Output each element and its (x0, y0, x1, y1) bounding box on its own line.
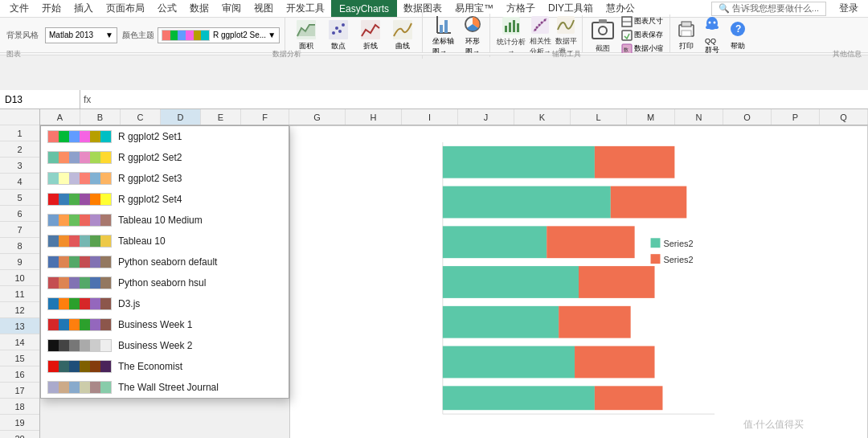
circle-btn[interactable]: 环形图→ (461, 12, 485, 59)
svg-rect-59 (579, 266, 655, 298)
row-9[interactable]: 9 (0, 254, 39, 270)
name-box[interactable]: D13 (0, 90, 80, 108)
row-20[interactable]: 20 (0, 431, 39, 438)
svg-rect-65 (575, 346, 654, 379)
col-A[interactable]: A (40, 109, 80, 125)
col-Q[interactable]: Q (820, 109, 868, 125)
col-B[interactable]: B (80, 109, 121, 125)
svg-point-28 (599, 27, 607, 35)
menu-view[interactable]: 视图 (248, 0, 280, 17)
menu-review[interactable]: 审阅 (215, 0, 248, 17)
col-F[interactable]: F (241, 109, 289, 125)
col-M[interactable]: M (627, 109, 675, 125)
list-item[interactable]: The Economist (41, 356, 289, 377)
menu-data[interactable]: 数据 (183, 0, 215, 17)
row-17[interactable]: 17 (0, 383, 39, 399)
ribbon-chart-buttons: 面积 散点 折线 曲线 (285, 17, 417, 53)
line-chart-btn[interactable]: 折线 (356, 17, 385, 53)
color-dropdown[interactable]: R ggplot2 Se... ▼ (158, 27, 280, 43)
section-label-assist: 辅助工具 (552, 49, 581, 59)
menu-formula[interactable]: 公式 (151, 0, 183, 17)
col-I[interactable]: I (402, 109, 458, 125)
svg-rect-17 (513, 20, 515, 32)
row-1[interactable]: 1 (0, 125, 39, 141)
theme-label: Python seaborn default (118, 256, 217, 268)
list-item[interactable]: Python seaborn default (41, 252, 289, 272)
col-H[interactable]: H (346, 109, 402, 125)
col-C[interactable]: C (121, 109, 161, 125)
svg-rect-36 (682, 22, 691, 27)
list-item[interactable]: Tableau 10 Medium (41, 210, 289, 231)
col-D[interactable]: D (161, 109, 201, 125)
stats-btn[interactable]: 统计分析→ (497, 14, 526, 55)
col-E[interactable]: E (201, 109, 241, 125)
menu-start[interactable]: 开始 (35, 0, 68, 17)
theme-label: Business Week 1 (118, 319, 193, 330)
formula-input[interactable] (94, 90, 868, 108)
row-19[interactable]: 19 (0, 415, 39, 431)
row-7[interactable]: 7 (0, 222, 39, 238)
menu-page-layout[interactable]: 页面布局 (100, 0, 151, 17)
background-dropdown[interactable]: Matlab 2013 ▼ (45, 27, 117, 43)
swatch-economist (47, 360, 112, 373)
list-item[interactable]: Tableau 10 (41, 231, 289, 252)
list-item[interactable]: Python seaborn hsul (41, 272, 289, 293)
help-btn[interactable]: ? 帮助 (728, 18, 747, 51)
row-18[interactable]: 18 (0, 399, 39, 415)
cells-area: SubTr Type (40, 125, 868, 438)
search-bar[interactable]: 🔍 告诉我您想要做什么... (711, 2, 826, 16)
axis-circle-section: 坐标轴图→ 环形图→ (422, 12, 485, 59)
col-N[interactable]: N (675, 109, 723, 125)
col-P[interactable]: P (772, 109, 820, 125)
row-10[interactable]: 10 (0, 270, 39, 286)
col-G[interactable]: G (289, 109, 346, 125)
axis-btn[interactable]: 坐标轴图→ (429, 12, 457, 59)
screenshot-btn[interactable]: 截图 (589, 16, 616, 54)
print-btn[interactable]: 打印 (677, 18, 696, 51)
formula-fx[interactable]: fx (80, 94, 94, 105)
menu-file[interactable]: 文件 (3, 0, 35, 17)
list-item[interactable]: R ggplot2 Set2 (41, 147, 289, 168)
row-2[interactable]: 2 (0, 141, 39, 158)
col-J[interactable]: J (458, 109, 514, 125)
chart-resize-btn[interactable]: 图表尺寸 (620, 15, 665, 28)
correlation-btn[interactable]: 相关性分析→ (529, 14, 551, 57)
list-item[interactable]: Business Week 2 (41, 335, 289, 356)
row-14[interactable]: 14 (0, 334, 39, 350)
col-K[interactable]: K (514, 109, 571, 125)
list-item[interactable]: The Wall Street Journal (41, 377, 289, 398)
row-4[interactable]: 4 (0, 174, 39, 190)
menu-insert[interactable]: 插入 (68, 0, 100, 17)
svg-rect-18 (517, 23, 519, 32)
scatter-chart-btn[interactable]: 散点 (324, 17, 353, 53)
row-12[interactable]: 12 (0, 302, 39, 318)
row-6[interactable]: 6 (0, 206, 39, 222)
list-item[interactable]: Business Week 1 (41, 314, 289, 335)
curve-chart-btn[interactable]: 曲线 (388, 17, 417, 53)
login-button[interactable]: 登录 (833, 0, 865, 17)
row-16[interactable]: 16 (0, 366, 39, 383)
chart-save-btn[interactable]: 图表保存 (620, 29, 665, 42)
menu-developer[interactable]: 开发工具 (280, 0, 331, 17)
list-item[interactable]: R ggplot2 Set4 (41, 189, 289, 210)
color-label: 颜色主题 (122, 30, 154, 41)
qq-btn[interactable]: QQ群号 (702, 14, 722, 55)
row-11[interactable]: 11 (0, 286, 39, 302)
svg-rect-63 (443, 346, 575, 379)
row-15[interactable]: 15 (0, 350, 39, 366)
list-item[interactable]: R ggplot2 Set3 (41, 168, 289, 189)
swatch-wsj (47, 381, 112, 394)
row-13[interactable]: 13 (0, 318, 39, 334)
list-item[interactable]: R ggplot2 Set1 (41, 126, 289, 147)
theme-label: R ggplot2 Set3 (118, 173, 182, 184)
row-8[interactable]: 8 (0, 238, 39, 254)
col-L[interactable]: L (571, 109, 627, 125)
theme-label: Business Week 2 (118, 340, 193, 351)
list-item[interactable]: D3.js (41, 293, 289, 314)
col-O[interactable]: O (723, 109, 772, 125)
row-5[interactable]: 5 (0, 190, 39, 206)
menu-easycharts[interactable]: EasyCharts (331, 0, 397, 17)
area-chart-btn[interactable]: 面积 (292, 17, 321, 53)
svg-rect-60 (443, 306, 559, 338)
row-3[interactable]: 3 (0, 158, 39, 174)
